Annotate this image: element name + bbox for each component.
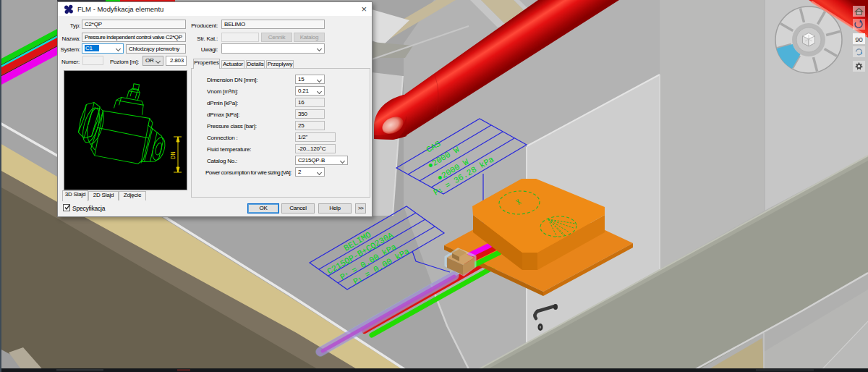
svg-text:90: 90 bbox=[855, 35, 863, 43]
svg-text:DN: DN bbox=[170, 152, 177, 159]
